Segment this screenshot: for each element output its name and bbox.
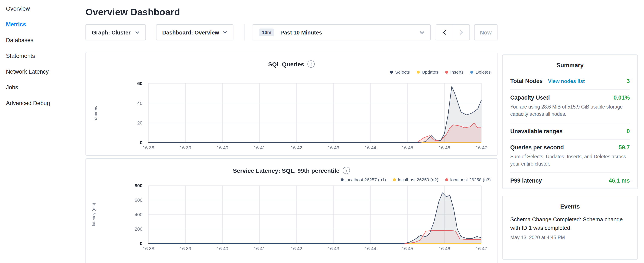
svg-text:16:39: 16:39 xyxy=(180,246,191,251)
svg-text:60: 60 xyxy=(137,81,142,86)
svg-text:16:40: 16:40 xyxy=(216,246,228,251)
svg-text:16:44: 16:44 xyxy=(364,246,376,251)
summary-label: Total Nodes xyxy=(510,78,543,84)
summary-row-total-nodes: Total Nodes View nodes list 3 xyxy=(510,72,630,90)
sql-queries-chart: 16:3816:3916:4016:4116:4216:4316:4416:45… xyxy=(86,52,497,155)
svg-text:16:42: 16:42 xyxy=(290,145,302,150)
chevron-right-icon xyxy=(460,30,463,35)
summary-label: Queries per second xyxy=(510,144,564,150)
sidebar-item-databases[interactable]: Databases xyxy=(0,32,86,48)
summary-row-queries-per-second: Queries per second 59.7 Sum of Selects, … xyxy=(510,139,630,173)
sidebar-item-metrics[interactable]: Metrics xyxy=(0,17,86,32)
summary-row-p99-latency: P99 latency 46.1 ms xyxy=(510,173,630,188)
svg-text:20: 20 xyxy=(137,120,142,126)
summary-row-unavailable-ranges: Unavailable ranges 0 xyxy=(510,123,630,139)
svg-text:800: 800 xyxy=(134,183,142,188)
svg-text:40: 40 xyxy=(137,101,142,106)
svg-text:16:38: 16:38 xyxy=(142,145,154,150)
chevron-down-icon xyxy=(223,31,227,34)
event-message: Schema Change Completed: Schema change w… xyxy=(510,215,630,232)
chevron-left-icon xyxy=(443,30,446,35)
svg-text:16:45: 16:45 xyxy=(402,246,413,251)
now-button[interactable]: Now xyxy=(474,24,498,41)
dashboard-dropdown-label: Dashboard: Overview xyxy=(162,29,219,36)
svg-text:16:39: 16:39 xyxy=(180,145,191,150)
summary-panel: Summary Total Nodes View nodes list 3 Ca… xyxy=(502,55,638,189)
summary-row-capacity-used: Capacity Used 0.01% You are using 28.6 M… xyxy=(510,90,630,123)
service-latency-chart: 16:3816:3916:4016:4116:4216:4316:4416:45… xyxy=(86,159,497,263)
main-content: Overview Dashboard Graph: Cluster Dashbo… xyxy=(86,0,498,263)
chevron-down-icon xyxy=(135,31,139,34)
svg-text:16:47: 16:47 xyxy=(476,246,487,251)
service-latency-panel: Service Latency: SQL, 99th percentile i … xyxy=(86,158,498,263)
sidebar-item-statements[interactable]: Statements xyxy=(0,48,86,64)
event-item[interactable]: Schema Change Completed: Schema change w… xyxy=(502,215,638,240)
summary-value: 46.1 ms xyxy=(609,177,630,184)
svg-text:16:40: 16:40 xyxy=(216,145,228,150)
summary-label: P99 latency xyxy=(510,177,542,184)
time-range-dropdown[interactable]: 10m Past 10 Minutes xyxy=(252,24,430,41)
summary-label: Capacity Used xyxy=(510,95,550,101)
summary-heading: Summary xyxy=(502,55,638,72)
dashboard-dropdown[interactable]: Dashboard: Overview xyxy=(156,24,234,41)
svg-text:0: 0 xyxy=(140,241,142,246)
svg-text:queries: queries xyxy=(93,106,98,120)
svg-text:16:38: 16:38 xyxy=(142,246,154,251)
svg-text:16:41: 16:41 xyxy=(254,246,265,251)
svg-text:latency (ms): latency (ms) xyxy=(92,203,96,226)
events-heading: Events xyxy=(502,196,638,214)
summary-subtext: You are using 28.6 MiB of 515.9 GiB usab… xyxy=(510,103,630,118)
events-panel: Events Schema Change Completed: Schema c… xyxy=(502,196,638,259)
svg-text:600: 600 xyxy=(134,197,142,203)
toolbar-divider xyxy=(244,24,245,41)
summary-value: 3 xyxy=(626,78,630,84)
svg-text:16:43: 16:43 xyxy=(328,246,339,251)
summary-value: 59.7 xyxy=(618,144,630,150)
right-sidebar: Summary Total Nodes View nodes list 3 Ca… xyxy=(502,55,638,259)
time-prev-button[interactable] xyxy=(436,25,453,40)
svg-text:16:47: 16:47 xyxy=(476,145,487,150)
sidebar: OverviewMetricsDatabasesStatementsNetwor… xyxy=(0,0,86,111)
svg-text:16:42: 16:42 xyxy=(290,246,302,251)
time-next-button[interactable] xyxy=(453,25,470,40)
event-timestamp: May 13, 2020 at 4:45 PM xyxy=(510,235,630,240)
svg-text:16:43: 16:43 xyxy=(328,145,339,150)
toolbar: Graph: Cluster Dashboard: Overview 10m P… xyxy=(86,24,498,41)
sidebar-item-network-latency[interactable]: Network Latency xyxy=(0,64,86,80)
summary-label: Unavailable ranges xyxy=(510,128,562,134)
sidebar-item-overview[interactable]: Overview xyxy=(0,1,86,17)
sidebar-item-advanced-debug[interactable]: Advanced Debug xyxy=(0,95,86,111)
svg-text:200: 200 xyxy=(134,226,142,232)
svg-text:16:41: 16:41 xyxy=(254,145,265,150)
svg-text:16:44: 16:44 xyxy=(364,145,376,150)
page-title: Overview Dashboard xyxy=(86,7,498,18)
svg-text:0: 0 xyxy=(140,140,142,145)
graph-dropdown-label: Graph: Cluster xyxy=(92,29,130,36)
app-root: OverviewMetricsDatabasesStatementsNetwor… xyxy=(0,0,644,263)
summary-value: 0.01% xyxy=(614,95,630,101)
summary-value: 0 xyxy=(626,128,630,134)
time-step-group xyxy=(436,24,470,41)
chevron-down-icon xyxy=(420,31,424,34)
sql-queries-panel: SQL Queries i SelectsUpdatesInsertsDelet… xyxy=(86,52,498,156)
svg-text:400: 400 xyxy=(134,212,142,217)
graph-dropdown[interactable]: Graph: Cluster xyxy=(86,24,146,41)
svg-text:16:46: 16:46 xyxy=(438,145,450,150)
time-range-label: Past 10 Minutes xyxy=(280,29,322,36)
time-range-badge: 10m xyxy=(259,29,274,36)
summary-subtext: Sum of Selects, Updates, Inserts, and De… xyxy=(510,153,630,168)
view-nodes-list-link[interactable]: View nodes list xyxy=(548,78,585,84)
sidebar-item-jobs[interactable]: Jobs xyxy=(0,80,86,95)
svg-text:16:46: 16:46 xyxy=(438,246,450,251)
svg-text:16:45: 16:45 xyxy=(402,145,413,150)
